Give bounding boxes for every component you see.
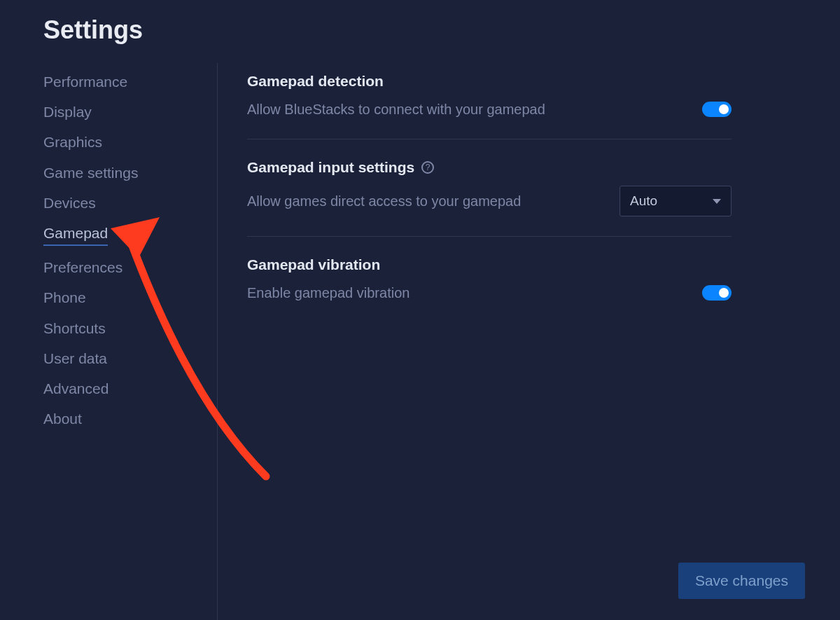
- section-title-input-text: Gamepad input settings: [247, 159, 414, 176]
- sidebar-item-devices[interactable]: Devices: [43, 194, 96, 212]
- help-icon[interactable]: ?: [421, 161, 434, 174]
- toggle-gamepad-vibration[interactable]: [702, 285, 732, 301]
- section-desc-vibration: Enable gamepad vibration: [247, 283, 410, 303]
- toggle-gamepad-detection[interactable]: [702, 102, 732, 117]
- section-desc-detection: Allow BlueStacks to connect with your ga…: [247, 99, 545, 119]
- section-title-vibration: Gamepad vibration: [247, 256, 732, 273]
- save-changes-button[interactable]: Save changes: [678, 563, 805, 599]
- section-desc-input: Allow games direct access to your gamepa…: [247, 191, 521, 211]
- sidebar: Performance Display Graphics Game settin…: [0, 73, 217, 427]
- chevron-down-icon: [713, 199, 721, 204]
- sidebar-item-advanced[interactable]: Advanced: [43, 380, 108, 397]
- sidebar-item-phone[interactable]: Phone: [43, 289, 86, 306]
- sidebar-item-graphics[interactable]: Graphics: [43, 133, 102, 151]
- main-container: Performance Display Graphics Game settin…: [0, 45, 840, 427]
- sidebar-item-gamepad[interactable]: Gamepad: [43, 224, 108, 246]
- sidebar-item-about[interactable]: About: [43, 410, 82, 427]
- section-gamepad-detection: Gamepad detection Allow BlueStacks to co…: [247, 73, 732, 139]
- select-gamepad-access[interactable]: Auto: [620, 186, 732, 216]
- sidebar-item-display[interactable]: Display: [43, 103, 92, 120]
- vertical-divider: [217, 63, 218, 620]
- section-title-input: Gamepad input settings ?: [247, 159, 732, 176]
- sidebar-item-user-data[interactable]: User data: [43, 350, 107, 367]
- content-panel: Gamepad detection Allow BlueStacks to co…: [217, 73, 840, 427]
- sidebar-item-preferences[interactable]: Preferences: [43, 259, 122, 276]
- section-gamepad-input: Gamepad input settings ? Allow games dir…: [247, 159, 732, 237]
- sidebar-item-shortcuts[interactable]: Shortcuts: [43, 319, 106, 337]
- page-title: Settings: [0, 0, 840, 45]
- sidebar-item-performance[interactable]: Performance: [43, 73, 127, 90]
- section-title-detection: Gamepad detection: [247, 73, 732, 90]
- sidebar-item-game-settings[interactable]: Game settings: [43, 164, 138, 181]
- section-gamepad-vibration: Gamepad vibration Enable gamepad vibrati…: [247, 256, 732, 322]
- select-value: Auto: [630, 193, 657, 209]
